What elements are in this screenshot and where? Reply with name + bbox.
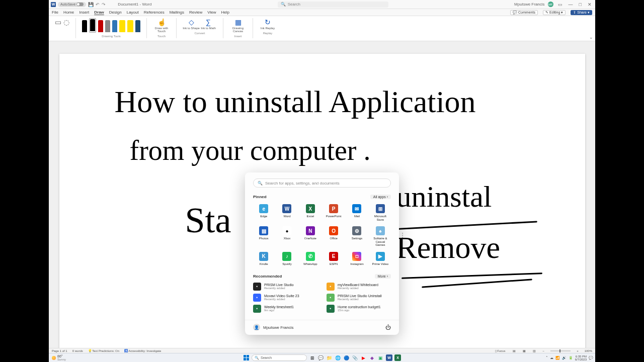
tab-mailings[interactable]: Mailings <box>170 10 184 15</box>
lasso-tool-icon[interactable]: ◌ <box>63 18 69 26</box>
tab-file[interactable]: File <box>52 10 58 15</box>
pinned-app-whatsapp[interactable]: ✆WhatsApp <box>300 251 321 267</box>
taskbar-chat-icon[interactable]: 💬 <box>317 354 324 361</box>
recommended-item[interactable]: ▪Movavi Video Suite 23Recently added <box>253 294 317 302</box>
collapse-ribbon-icon[interactable]: ⌄ <box>589 35 593 40</box>
zoom-slider[interactable] <box>550 350 571 351</box>
pinned-app-excel[interactable]: XExcel <box>300 203 321 222</box>
tab-layout[interactable]: Layout <box>127 10 139 15</box>
pinned-app-xbox[interactable]: ●Xbox <box>276 225 297 248</box>
recommended-item[interactable]: ▪Weekly timesheet19m ago <box>253 305 317 313</box>
page-count[interactable]: Page 1 of 1 <box>52 349 67 352</box>
user-avatar[interactable]: MF <box>548 2 553 7</box>
select-tool-icon[interactable]: ▭ <box>55 18 61 26</box>
pinned-app-office[interactable]: OOffice <box>323 225 344 248</box>
zoom-out-icon[interactable]: − <box>542 349 546 352</box>
tray-clock[interactable]: 6:35 PM 6/7/2023 <box>575 355 587 361</box>
close-icon[interactable]: ✕ <box>586 2 593 7</box>
view-web-icon[interactable]: ▥ <box>532 349 537 352</box>
pinned-app-microsoft-store[interactable]: ⊞Microsoft Store <box>370 203 391 222</box>
highlighter-yellow-2[interactable] <box>127 20 133 33</box>
zoom-level[interactable]: 100% <box>585 349 592 352</box>
taskbar-search[interactable]: 🔍Search <box>252 354 307 361</box>
tab-references[interactable]: References <box>144 10 165 15</box>
pinned-app-settings[interactable]: ⚙Settings <box>346 225 367 248</box>
autosave-toggle[interactable]: AutoSave <box>58 2 86 7</box>
taskbar-word-icon[interactable]: W <box>386 354 392 361</box>
recommended-item[interactable]: ▪myViewBoard WhiteboardRecently added <box>327 283 391 291</box>
pen-gray[interactable] <box>105 20 110 33</box>
tray-chevron-icon[interactable]: ˄ <box>546 356 548 360</box>
tray-notifications-icon[interactable]: 💬 <box>589 356 593 360</box>
power-button-icon[interactable]: ⏻ <box>385 324 391 330</box>
taskbar-app-1-icon[interactable]: ◆ <box>369 354 375 361</box>
pinned-app-word[interactable]: WWord <box>276 203 297 222</box>
focus-mode[interactable]: ▯ Focus <box>494 349 507 352</box>
weather-widget[interactable]: 86° Sunny <box>49 354 69 361</box>
tray-battery-icon[interactable]: 🔋 <box>569 356 573 360</box>
drawing-canvas[interactable]: ▦Drawing Canvas <box>229 18 247 33</box>
ink-to-math[interactable]: ∑Ink to Math <box>200 18 217 30</box>
tab-draw[interactable]: Draw <box>94 10 104 15</box>
redo-icon[interactable]: ↷ <box>102 2 106 7</box>
pinned-app-instagram[interactable]: ◘Instagram <box>346 251 367 267</box>
pinned-app-solitaire-casual-games[interactable]: ♠Solitaire & Casual Games <box>370 225 391 248</box>
minimize-icon[interactable]: — <box>567 2 575 7</box>
start-search-input[interactable]: 🔍 Search for apps, settings, and documen… <box>253 178 391 188</box>
share-button[interactable]: ⇪ Share ▾ <box>571 10 592 15</box>
ribbon-display-icon[interactable]: ▭ <box>556 2 564 7</box>
start-user-button[interactable]: 👤 Mputswe Francis <box>253 324 293 331</box>
view-print-icon[interactable]: ▦ <box>522 349 527 352</box>
maximize-icon[interactable]: □ <box>578 2 583 7</box>
view-read-icon[interactable]: ▤ <box>512 349 517 352</box>
recommended-item[interactable]: ▪Home construction budget115m ago <box>327 305 391 313</box>
task-view-icon[interactable]: ⊞ <box>309 354 315 361</box>
highlighter-yellow[interactable] <box>119 20 125 33</box>
recommended-item[interactable]: ▪PRISM Live Studio UninstallRecently add… <box>327 294 391 302</box>
pen-red[interactable] <box>98 20 103 33</box>
title-search[interactable]: 🔍 Search <box>278 2 388 8</box>
recommended-item[interactable]: ▪PRISM Live StudioRecently added <box>253 283 317 291</box>
pinned-app-spotify[interactable]: ♪Spotify <box>276 251 297 267</box>
tab-view[interactable]: View <box>207 10 216 15</box>
tab-help[interactable]: Help <box>221 10 229 15</box>
document-name[interactable]: Document1 - Word <box>118 2 151 7</box>
tab-home[interactable]: Home <box>63 10 74 15</box>
ink-replay[interactable]: ↻Ink Replay <box>259 18 276 30</box>
pinned-app-kindle[interactable]: KKindle <box>253 251 274 267</box>
tray-wifi-icon[interactable]: 📶 <box>555 356 560 360</box>
tray-volume-icon[interactable]: 🔊 <box>562 356 567 360</box>
scroll-indicator[interactable] <box>402 233 403 238</box>
pen-black-thin[interactable] <box>82 20 87 33</box>
pen-black[interactable] <box>89 18 96 33</box>
pinned-app-espn[interactable]: EESPN <box>323 251 344 267</box>
tab-review[interactable]: Review <box>189 10 202 15</box>
word-count[interactable]: 0 words <box>72 349 83 352</box>
pinned-app-photos[interactable]: ▤Photos <box>253 225 274 248</box>
taskbar-app-2-icon[interactable]: ▣ <box>377 354 384 361</box>
pinned-app-mail[interactable]: ✉Mail <box>346 203 367 222</box>
tab-insert[interactable]: Insert <box>79 10 89 15</box>
taskbar-youtube-icon[interactable]: ▶ <box>360 354 367 361</box>
ink-to-shape[interactable]: ◇Ink to Shape <box>183 18 200 30</box>
pen-blue[interactable] <box>112 20 117 33</box>
tab-design[interactable]: Design <box>109 10 122 15</box>
pinned-app-powerpoint[interactable]: PPowerPoint <box>323 203 344 222</box>
save-icon[interactable]: 💾 <box>88 2 94 7</box>
undo-icon[interactable]: ↶ <box>96 2 100 7</box>
draw-with-touch[interactable]: ☝Draw with Touch <box>153 18 170 33</box>
taskbar-excel-icon[interactable]: X <box>394 354 401 361</box>
accessibility-status[interactable]: ♿ Accessibility: Investigate <box>124 349 161 352</box>
taskbar-chrome-icon[interactable]: 🔵 <box>343 354 350 361</box>
editing-button[interactable]: ✎ Editing ▾ <box>543 10 566 15</box>
comments-button[interactable]: 💬 Comments <box>510 10 538 15</box>
pen-darkblue[interactable] <box>135 20 140 33</box>
taskbar-edge-icon[interactable]: 🌐 <box>335 354 341 361</box>
zoom-in-icon[interactable]: + <box>576 349 580 352</box>
start-button[interactable] <box>243 354 250 361</box>
taskbar-office-icon[interactable]: 📎 <box>352 354 358 361</box>
text-predictions[interactable]: 💡 Text Predictions: On <box>88 349 119 352</box>
pinned-app-prime-video[interactable]: ▶Prime Video <box>370 251 391 267</box>
tray-onedrive-icon[interactable]: ☁ <box>550 356 553 360</box>
taskbar-explorer-icon[interactable]: 📁 <box>326 354 333 361</box>
